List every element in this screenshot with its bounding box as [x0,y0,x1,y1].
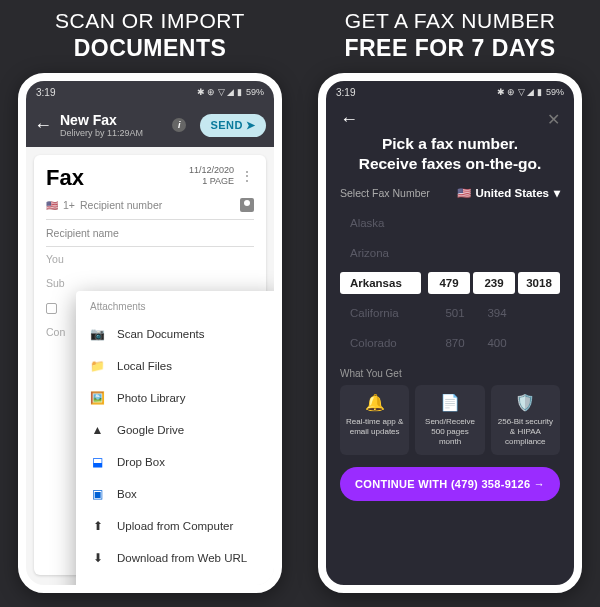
menu-local-files[interactable]: 📁Local Files [76,350,282,382]
status-bar: 3:19 ✱ ⊕ ▽ ◢ ▮59% [26,81,274,103]
menu-upload-computer[interactable]: ⬆Upload from Computer [76,510,282,542]
bell-icon: 🔔 [344,393,405,413]
benefits-row: 🔔Real-time app & email updates 📄Send/Rec… [340,385,560,455]
menu-header: Attachments [76,297,282,318]
more-icon[interactable]: ⋮ [240,168,254,184]
benefit-realtime: 🔔Real-time app & email updates [340,385,409,455]
us-flag-icon: 🇺🇸 [457,186,471,200]
download-icon: ⬇ [90,551,105,566]
picker-selected[interactable]: Arkansas4792393018 [340,268,560,298]
right-heading: GET A FAX NUMBER FREE FOR 7 DAYS [344,0,555,71]
fax-date: 11/12/2020 [189,165,234,176]
menu-scan-documents[interactable]: 📷Scan Documents [76,318,282,350]
close-icon[interactable]: ✕ [547,110,560,129]
send-button[interactable]: SEND ➤ [200,114,266,137]
box-icon: ▣ [90,487,105,502]
upload-icon: ⬆ [90,519,105,534]
pick-title: Pick a fax number. Receive faxes on-the-… [340,134,560,174]
navbar: ← New Fax Delivery by 11:29AM i SEND ➤ [26,103,274,147]
menu-dropbox[interactable]: ⬓Drop Box [76,446,282,478]
document-icon: 📄 [419,393,480,413]
image-icon: 🖼️ [90,391,105,406]
fax-logo: Fax [46,165,84,191]
recipient-name-field[interactable]: Recipient name [46,220,254,247]
menu-write-text[interactable]: ✎Write Text [76,574,282,593]
dropbox-icon: ⬓ [90,455,105,470]
attachments-menu: Attachments 📷Scan Documents 📁Local Files… [76,291,282,593]
menu-download-url[interactable]: ⬇Download from Web URL [76,542,282,574]
phone-right: 3:19 ✱ ⊕ ▽ ◢ ▮59% ← ✕ Pick a fax number.… [318,73,582,593]
benefit-pages: 📄Send/Receive 500 pages month [415,385,484,455]
pencil-icon: ✎ [90,583,105,594]
your-field[interactable]: You [46,247,254,271]
folder-icon: 📁 [90,359,105,374]
phone-left: 3:19 ✱ ⊕ ▽ ◢ ▮59% ← New Fax Delivery by … [18,73,282,593]
info-icon[interactable]: i [172,118,186,132]
fax-pages: 1 PAGE [189,176,234,187]
benefit-security: 🛡️256-Bit security & HIPAA compliance [491,385,560,455]
select-label: Select Fax Number [340,187,430,199]
shield-icon: 🛡️ [495,393,556,413]
us-flag-icon: 🇺🇸 [46,200,58,211]
country-select[interactable]: 🇺🇸 United States ▾ [457,186,561,200]
recipient-number-field[interactable]: 🇺🇸 1+ Recipient number [46,191,254,220]
continue-button[interactable]: CONTINUE WITH (479) 358-9126 → [340,467,560,501]
menu-photo-library[interactable]: 🖼️Photo Library [76,382,282,414]
menu-google-drive[interactable]: ▲Google Drive [76,414,282,446]
what-you-get-label: What You Get [340,368,560,379]
back-icon[interactable]: ← [34,115,52,136]
chevron-down-icon: ▾ [554,186,560,200]
number-picker[interactable]: Alaska Arizona Arkansas4792393018 Califo… [340,208,560,358]
status-bar: 3:19 ✱ ⊕ ▽ ◢ ▮59% [326,81,574,103]
contact-icon[interactable] [240,198,254,212]
left-heading: SCAN OR IMPORT DOCUMENTS [55,0,245,71]
menu-box[interactable]: ▣Box [76,478,282,510]
page-title: New Fax [60,112,164,128]
camera-icon: 📷 [90,327,105,342]
google-drive-icon: ▲ [90,423,105,438]
delivery-sub: Delivery by 11:29AM [60,128,164,138]
back-icon[interactable]: ← [340,109,358,130]
